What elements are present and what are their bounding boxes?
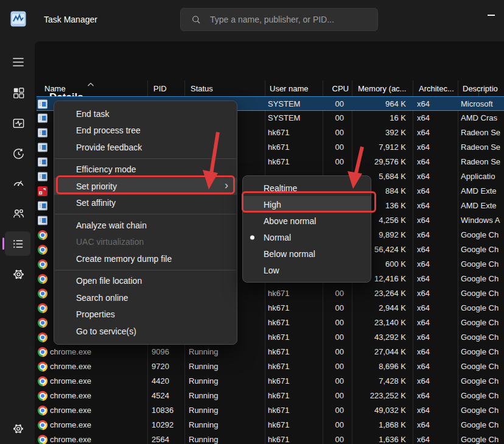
minimize-icon <box>488 15 495 16</box>
cell-pid: 2564 <box>152 432 183 444</box>
priority-option-low[interactable]: Low <box>243 262 371 278</box>
sidebar-item-menu[interactable] <box>7 51 29 73</box>
priority-option-label: Below normal <box>264 249 315 259</box>
submenu-chevron-icon: › <box>225 179 228 192</box>
menu-item-provide-feedback[interactable]: Provide feedback <box>54 139 237 156</box>
cell-user: hk671 <box>268 140 321 155</box>
sidebar-item-performance[interactable] <box>7 112 29 134</box>
selected-radio-icon <box>250 235 254 239</box>
cell-arch: x64 <box>417 125 456 140</box>
cell-arch: x64 <box>417 184 456 199</box>
table-row[interactable]: chrome.exe10836Runninghk6710049,032 Kx64… <box>37 403 504 418</box>
search-box[interactable] <box>180 8 378 31</box>
menu-item-properties[interactable]: Properties <box>54 306 237 323</box>
cell-arch: x64 <box>417 97 456 111</box>
priority-option-label: Normal <box>264 233 291 242</box>
cell-mem: 392 K <box>350 125 406 140</box>
cell-mem: 23,264 K <box>350 286 406 301</box>
menu-item-label: UAC virtualization <box>76 237 144 247</box>
settings-gear-icon <box>12 422 25 435</box>
cell-user: SYSTEM <box>268 111 321 125</box>
menu-item-efficiency-mode[interactable]: Efficiency mode <box>54 161 237 178</box>
cell-user: hk671 <box>268 403 321 418</box>
cell-arch: x64 <box>417 199 456 213</box>
column-header-pid[interactable]: PID <box>153 80 191 96</box>
cell-arch: x64 <box>417 272 456 286</box>
column-header-architec[interactable]: Architec... <box>419 80 464 96</box>
cell-user: hk671 <box>268 432 321 444</box>
cell-desc: Microsoft <box>461 97 502 111</box>
cell-cpu: 00 <box>321 155 344 169</box>
chrome-icon <box>38 303 47 313</box>
priority-option-realtime[interactable]: Realtime <box>243 180 371 196</box>
cell-name: chrome.exe <box>50 389 144 403</box>
cell-mem: 29,576 K <box>350 155 406 169</box>
table-row[interactable]: chrome.exe2564Runninghk671001,636 Kx64Go… <box>37 432 504 444</box>
menu-item-analyze-wait-chain[interactable]: Analyze wait chain <box>54 217 237 234</box>
search-input[interactable] <box>209 14 369 25</box>
menu-item-label: Open file location <box>76 276 142 286</box>
cell-mem: 7,912 K <box>350 140 406 155</box>
cell-mem: 23,140 K <box>350 315 406 330</box>
column-header-cpu[interactable]: CPU <box>323 80 349 96</box>
priority-option-below-normal[interactable]: Below normal <box>243 245 371 262</box>
sidebar-item-settings[interactable] <box>7 418 29 440</box>
menu-item-set-affinity[interactable]: Set affinity <box>54 195 237 212</box>
cell-arch: x64 <box>417 315 456 330</box>
menu-item-set-priority[interactable]: Set priority› <box>54 178 237 195</box>
cell-cpu: 00 <box>321 418 344 432</box>
minimize-button[interactable] <box>478 4 504 27</box>
table-row[interactable]: chrome.exe4524Runninghk67100223,252 Kx64… <box>37 389 504 403</box>
table-row[interactable]: chrome.exe4420Runninghk671007,428 Kx64Go… <box>37 374 504 389</box>
cell-status: Running <box>189 389 262 403</box>
priority-option-above-normal[interactable]: Above normal <box>243 213 371 229</box>
menu-item-label: Properties <box>76 309 115 319</box>
sidebar-item-processes[interactable] <box>7 82 29 104</box>
menu-item-open-file-location[interactable]: Open file location <box>54 273 237 290</box>
cell-cpu: 00 <box>321 301 344 315</box>
column-header-name[interactable]: Name <box>44 80 145 96</box>
cell-arch: x64 <box>417 257 456 272</box>
column-header-descriptio[interactable]: Descriptio <box>463 80 504 96</box>
task-manager-window: { "titlebar": { "app_title": "Task Manag… <box>0 0 504 444</box>
priority-option-normal[interactable]: Normal <box>243 229 371 245</box>
column-header-memory-ac[interactable]: Memory (ac... <box>358 80 420 96</box>
cell-desc: Google Ch <box>461 418 502 432</box>
chrome-icon <box>38 420 47 430</box>
column-header-user-name[interactable]: User name <box>270 80 329 96</box>
sidebar-item-details[interactable] <box>5 231 30 256</box>
menu-item-go-to-service-s[interactable]: Go to service(s) <box>54 323 237 340</box>
cell-desc: Google Ch <box>461 374 502 389</box>
sidebar-item-startup-apps[interactable] <box>7 172 29 194</box>
table-row[interactable]: chrome.exe10292Runninghk671001,868 Kx64G… <box>37 418 504 432</box>
menu-item-end-process-tree[interactable]: End process tree <box>54 122 237 139</box>
cell-cpu: 00 <box>321 330 344 345</box>
menu-item-create-memory-dump-file[interactable]: Create memory dump file <box>54 250 237 267</box>
chrome-icon <box>38 376 47 386</box>
sidebar <box>0 41 34 444</box>
menu-item-search-online[interactable]: Search online <box>54 289 237 306</box>
table-row[interactable]: chrome.exe9096Runninghk6710027,044 Kx64G… <box>37 345 504 359</box>
app-title: Task Manager <box>44 0 97 39</box>
cell-mem: 964 K <box>350 97 406 111</box>
cell-cpu: 00 <box>321 315 344 330</box>
app-icon <box>38 128 47 138</box>
priority-option-high[interactable]: High <box>243 196 371 213</box>
sidebar-item-services[interactable] <box>7 263 29 285</box>
menu-item-end-task[interactable]: End task <box>54 105 237 122</box>
cell-cpu: 00 <box>321 286 344 301</box>
sidebar-item-users[interactable] <box>7 202 29 224</box>
menu-item-label: Provide feedback <box>76 143 142 152</box>
details-icon <box>11 237 25 251</box>
cell-desc: Google Ch <box>461 257 502 272</box>
cell-arch: x64 <box>417 140 456 155</box>
app-history-icon <box>12 147 26 161</box>
cell-arch: x64 <box>417 228 456 242</box>
cell-arch: x64 <box>417 111 456 125</box>
cell-status: Running <box>189 374 262 389</box>
column-header-status[interactable]: Status <box>191 80 270 96</box>
sidebar-item-app-history[interactable] <box>7 143 29 164</box>
table-row[interactable]: chrome.exe9720Runninghk671008,696 Kx64Go… <box>37 359 504 374</box>
startup-apps-icon <box>12 176 26 190</box>
chrome-icon <box>38 406 47 415</box>
